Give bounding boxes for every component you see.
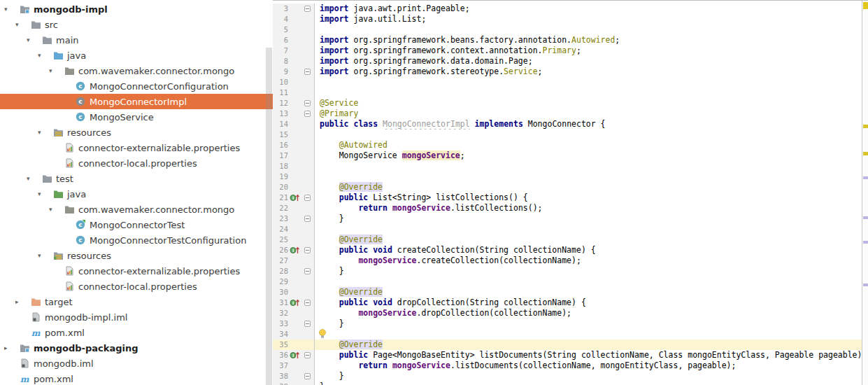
line-number[interactable]: 8	[273, 56, 288, 66]
fold-collapse-icon[interactable]	[304, 195, 311, 201]
fold-end-icon[interactable]	[304, 321, 311, 327]
line-number[interactable]: 33	[273, 318, 288, 329]
line-number[interactable]: 19	[273, 172, 288, 182]
tree-row-com-wavemaker-connector-mongo[interactable]: ▾com.wavemaker.connector.mongo	[0, 63, 273, 78]
overrides-method-gutter-icon[interactable]: I	[288, 192, 301, 203]
code-line[interactable]	[315, 77, 868, 88]
line-number[interactable]: 37	[273, 360, 288, 371]
line-number[interactable]: 9	[273, 66, 288, 77]
chevron-collapsed-icon[interactable]: ▸	[2, 340, 20, 356]
code-line[interactable]: }	[315, 214, 868, 224]
chevron-expanded-icon[interactable]: ▾	[13, 17, 31, 32]
code-line[interactable]: @Override	[315, 287, 868, 298]
tree-row-mongodb-impl[interactable]: ▾mongodb-impl	[0, 1, 273, 17]
line-number[interactable]: 17	[273, 150, 288, 161]
line-number[interactable]: 5	[273, 24, 288, 35]
line-number[interactable]: 23	[273, 214, 288, 224]
tree-row-resources[interactable]: ▾resources	[0, 125, 273, 140]
occurrence-stripe-mark[interactable]	[863, 216, 868, 219]
chevron-expanded-icon[interactable]: ▾	[24, 32, 42, 48]
code-line[interactable]	[315, 329, 868, 340]
chevron-expanded-icon[interactable]: ▾	[36, 48, 53, 63]
line-number[interactable]: 3	[273, 4, 288, 14]
code-line[interactable]: import org.springframework.stereotype.Se…	[315, 66, 868, 77]
chevron-expanded-icon[interactable]: ▾	[47, 63, 64, 78]
code-line[interactable]	[315, 161, 868, 172]
code-line[interactable]: public Page<MongoBaseEntity> listDocumen…	[315, 350, 868, 360]
line-number[interactable]: 27	[273, 255, 288, 266]
line-number[interactable]: 7	[273, 46, 288, 56]
line-number[interactable]: 21	[273, 192, 288, 203]
line-number[interactable]: 29	[273, 276, 288, 287]
code-line[interactable]: return mongoService.listCollections();	[315, 203, 868, 214]
code-line[interactable]	[315, 224, 868, 234]
line-number[interactable]: 22	[273, 203, 288, 214]
line-number[interactable]: 11	[273, 88, 288, 98]
line-number[interactable]: 39	[273, 382, 288, 385]
code-line[interactable]: @Autowired	[315, 140, 868, 150]
fold-end-icon[interactable]	[304, 69, 311, 75]
tree-row-connector-local-properties[interactable]: connector-local.properties	[0, 279, 273, 294]
tree-row-test[interactable]: ▾test	[0, 171, 273, 186]
tree-row-pom-xml[interactable]: mpom.xml	[0, 371, 273, 385]
code-line[interactable]: @Override	[315, 340, 868, 350]
chevron-expanded-icon[interactable]: ▾	[36, 186, 53, 202]
chevron-collapsed-icon[interactable]: ▸	[13, 294, 31, 309]
overrides-method-gutter-icon[interactable]: I	[288, 350, 301, 360]
tree-row-connector-externalizable-properties[interactable]: connector-externalizable.properties	[0, 140, 273, 155]
occurrence-stripe-mark[interactable]	[863, 241, 868, 244]
line-number[interactable]: 10	[273, 77, 288, 88]
tree-row-mongoconnectorconfiguration[interactable]: cMongoConnectorConfiguration	[0, 78, 273, 94]
line-number[interactable]: 38	[273, 371, 288, 382]
tree-row-mongoconnectorimpl[interactable]: cMongoConnectorImpl	[0, 94, 273, 109]
code-line[interactable]: @Service	[315, 98, 868, 108]
line-number[interactable]: 28	[273, 266, 288, 276]
code-line[interactable]: return mongoService.listDocuments(collec…	[315, 360, 868, 371]
code-line[interactable]	[315, 276, 868, 287]
tree-row-target[interactable]: ▸target	[0, 294, 273, 309]
tree-row-src[interactable]: ▾src	[0, 17, 273, 32]
line-number[interactable]: 30	[273, 287, 288, 298]
line-number[interactable]: 14	[273, 119, 288, 130]
line-number[interactable]: 25	[273, 234, 288, 245]
warning-stripe-mark[interactable]	[863, 152, 868, 155]
line-number[interactable]: 31	[273, 298, 288, 308]
overrides-method-gutter-icon[interactable]: I	[288, 298, 301, 308]
line-number[interactable]: 32	[273, 308, 288, 318]
line-number[interactable]: 15	[273, 130, 288, 140]
code-line[interactable]	[315, 24, 868, 35]
error-stripe[interactable]	[862, 1, 868, 385]
code-line[interactable]: @Primary	[315, 108, 868, 119]
line-number[interactable]: 36	[273, 350, 288, 360]
tree-row-connector-externalizable-properties[interactable]: connector-externalizable.properties	[0, 263, 273, 279]
code-line[interactable]: mongoService.dropCollection(collectionNa…	[315, 308, 868, 318]
line-number[interactable]: 12	[273, 98, 288, 108]
fold-collapse-icon[interactable]	[304, 111, 311, 117]
tree-row-connector-local-properties[interactable]: connector-local.properties	[0, 155, 273, 171]
fold-end-icon[interactable]	[304, 216, 311, 222]
tree-row-mongodb-iml[interactable]: mongodb.iml	[0, 356, 273, 371]
fold-collapse-icon[interactable]	[304, 6, 311, 12]
line-number[interactable]: 6	[273, 35, 288, 46]
fold-end-icon[interactable]	[304, 268, 311, 274]
fold-collapse-icon[interactable]	[304, 300, 311, 306]
code-line[interactable]: public void dropCollection(String collec…	[315, 298, 868, 308]
line-number[interactable]: 13	[273, 108, 288, 119]
tree-row-main[interactable]: ▾main	[0, 32, 273, 48]
fold-end-icon[interactable]	[304, 373, 311, 379]
code-line[interactable]: }	[315, 371, 868, 382]
code-line[interactable]: public List<String> listCollections() {	[315, 192, 868, 203]
tree-row-resources[interactable]: ▾resources	[0, 248, 273, 263]
code-line[interactable]: public class MongoConnectorImpl implemen…	[315, 119, 868, 130]
code-line[interactable]: import org.springframework.data.domain.P…	[315, 56, 868, 66]
fold-collapse-icon[interactable]	[304, 100, 311, 106]
tree-row-com-wavemaker-connector-mongo[interactable]: ▾com.wavemaker.connector.mongo	[0, 202, 273, 217]
line-number[interactable]: 24	[273, 224, 288, 234]
code-line[interactable]: mongoService.createCollection(collection…	[315, 255, 868, 266]
inspection-status-icon[interactable]	[863, 2, 868, 9]
chevron-expanded-icon[interactable]: ▾	[36, 248, 53, 263]
tree-row-mongodb-impl-iml[interactable]: mongodb-impl.iml	[0, 309, 273, 325]
occurrence-stripe-mark[interactable]	[863, 284, 868, 286]
tree-row-mongoconnectortestconfiguration[interactable]: cMongoConnectorTestConfiguration	[0, 232, 273, 248]
code-line[interactable]	[315, 130, 868, 140]
